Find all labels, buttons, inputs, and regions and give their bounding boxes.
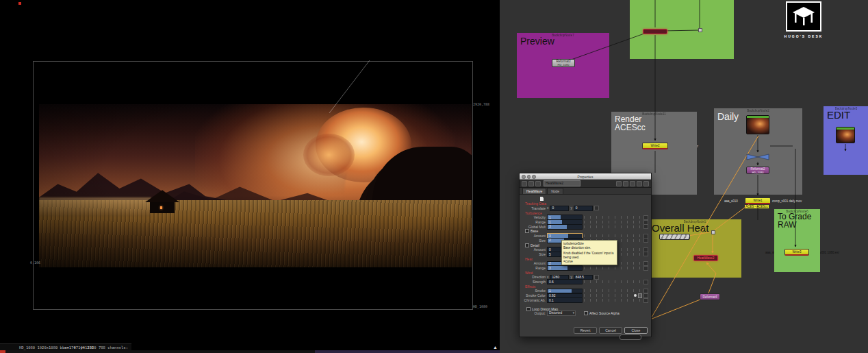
section-heat: Heat xyxy=(525,257,533,261)
viewer-timeline-strip[interactable] xyxy=(0,350,500,353)
loop-distort-checkbox[interactable] xyxy=(526,307,531,311)
knob-row-output: Output: Distorted▾ Affect Source Alpha xyxy=(521,311,648,316)
node-bottom-reformat[interactable]: Reformat4 xyxy=(700,293,720,300)
detail-checkbox[interactable] xyxy=(525,243,529,247)
strength-field[interactable]: 0.6 xyxy=(547,279,583,284)
backdrop-to-grade-raw[interactable]: BackdropNode6 To Grade RAW xyxy=(774,209,820,272)
section-detail: Detail xyxy=(531,243,539,247)
cancel-button[interactable]: Cancel xyxy=(599,327,622,334)
knob-row-range: Range 1 xyxy=(521,220,648,225)
tab-node[interactable]: Node xyxy=(547,188,563,194)
backdrop-title: Overall Heat xyxy=(652,223,709,233)
close-panel-icon[interactable] xyxy=(643,181,649,186)
base-amount-slider[interactable] xyxy=(584,234,642,237)
backdrop-title: EDIT xyxy=(827,110,850,120)
animation-menu-icon[interactable] xyxy=(643,224,648,229)
node-daily-switch[interactable] xyxy=(746,154,769,160)
strength-slider[interactable] xyxy=(584,280,642,283)
node-daily-reformat[interactable]: Reformat2 HD_1080 xyxy=(746,167,769,174)
color-swatch-icon[interactable] xyxy=(638,293,643,298)
node-color-icon[interactable] xyxy=(522,181,527,186)
section-tracking-data: Tracking Data xyxy=(525,202,546,206)
panel-toolbar: HeatWave2 xyxy=(520,180,651,188)
format-label: HD_1080 xyxy=(473,304,487,308)
color-wheel-icon[interactable] xyxy=(634,294,637,297)
timeline-playhead-icon[interactable]: ▲ xyxy=(493,345,498,350)
node-edit-read[interactable] xyxy=(836,127,855,143)
dot-node[interactable] xyxy=(698,28,702,32)
float-panel-icon[interactable] xyxy=(630,181,635,186)
chevron-down-icon: ▾ xyxy=(573,311,574,315)
postage-stamp-icon[interactable] xyxy=(528,181,534,186)
section-wind: Wind xyxy=(525,271,533,275)
backdrop-title: To Grade RAW xyxy=(778,212,811,229)
translate-x-field[interactable]: 0 xyxy=(550,206,569,211)
chromatic-slider[interactable] xyxy=(584,299,642,302)
viewer-image xyxy=(39,104,472,267)
velocity-slider[interactable] xyxy=(584,216,642,219)
chromatic-field[interactable]: 0.1 xyxy=(547,297,583,303)
tab-heatwave[interactable]: HeatWave xyxy=(522,188,546,194)
global-mult-field[interactable]: 3 xyxy=(547,224,583,230)
help-icon[interactable] xyxy=(637,181,642,186)
output-dropdown[interactable]: Distorted▾ xyxy=(547,311,576,316)
knob-row-chromatic: Chromatic Ab. 0.1 xyxy=(521,298,648,303)
node-daily-read[interactable] xyxy=(746,115,769,134)
hugos-desk-logo: HUGO'S DESK xyxy=(786,1,821,40)
backdrop-title: Preview xyxy=(520,36,554,46)
range-slider[interactable] xyxy=(584,221,642,223)
center-in-viewer-icon[interactable] xyxy=(623,181,628,186)
node-gray-strip[interactable] xyxy=(659,234,690,240)
base-checkbox[interactable] xyxy=(525,229,529,233)
panel-title-bar[interactable]: Properties xyxy=(520,173,651,180)
animation-menu-icon[interactable] xyxy=(643,266,648,271)
affect-alpha-checkbox[interactable] xyxy=(584,311,588,315)
heat-range-slider[interactable] xyxy=(584,267,642,269)
viewer-pane: 2920,788 0,106 HD_1080 HD_1080 1920x1080… xyxy=(0,0,500,353)
animation-menu-icon[interactable] xyxy=(643,298,648,303)
dot-node[interactable] xyxy=(711,230,715,234)
panel-footer: Revert Cancel Close xyxy=(574,327,648,334)
swatch-icon[interactable] xyxy=(616,181,622,186)
timeline-range xyxy=(315,350,500,353)
knob-row-smoke: Smoke 1 xyxy=(521,289,648,293)
section-turbulence: Turbulence xyxy=(525,211,542,215)
panel-grip[interactable] xyxy=(620,334,641,340)
affect-alpha-label: Affect Source Alpha xyxy=(589,311,620,315)
backdrop-overall-heat[interactable]: BackdropNode1 Overall Heat xyxy=(648,219,741,278)
page-icon[interactable] xyxy=(540,197,544,201)
smoke-color-slider[interactable] xyxy=(584,294,633,297)
section-effects: Effects xyxy=(525,284,535,289)
global-mult-slider[interactable] xyxy=(584,226,642,228)
animation-menu-icon[interactable] xyxy=(643,252,648,256)
animation-menu-icon[interactable] xyxy=(594,275,599,280)
knob-row-direction: Direction x 1280 y 848.5 xyxy=(521,275,648,280)
node-colorspace-tag: ACES - ACEScc xyxy=(745,205,769,208)
node-preview-reformat[interactable]: Reformat3 HD_1080 xyxy=(552,59,575,67)
table-icon xyxy=(787,3,820,30)
node-daily-write[interactable]: Write1 xyxy=(745,197,771,204)
node-selected-top[interactable] xyxy=(643,29,667,34)
knob-row-base-amount: Amount 3 xyxy=(521,234,648,239)
animation-menu-icon[interactable] xyxy=(643,238,648,243)
node-heatwave[interactable]: HeatWave2 xyxy=(693,255,718,261)
viewer-record-indicator xyxy=(18,2,21,5)
animation-menu-icon[interactable] xyxy=(594,206,599,210)
panel-tabs: HeatWave Node xyxy=(520,188,651,195)
bbox-coord-label: 2920,788 xyxy=(473,102,489,106)
properties-panel[interactable]: Properties HeatWave2 HeatWave Node Track… xyxy=(519,173,652,337)
close-button[interactable]: Close xyxy=(624,327,648,334)
knob-tooltip: turbulenceSize Base distortion size. Kno… xyxy=(561,240,617,265)
image-vignette xyxy=(39,104,472,267)
node-grade-write[interactable]: Write3 xyxy=(784,249,809,256)
node-side-text: comp_v001 daily.mov xyxy=(772,199,802,203)
revert-button[interactable]: Revert xyxy=(574,327,597,334)
smoke-slider[interactable] xyxy=(584,289,642,292)
heat-range-field[interactable]: 3 xyxy=(547,265,583,271)
hide-input-icon[interactable] xyxy=(535,181,541,186)
node-name-field[interactable]: HeatWave2 xyxy=(544,180,580,186)
translate-y-field[interactable]: 0 xyxy=(574,206,593,211)
animation-menu-icon[interactable] xyxy=(643,280,648,284)
knob-row-translate: Translate x 0 y 0 xyxy=(521,206,648,211)
node-render-write[interactable]: Write2 xyxy=(642,143,668,149)
